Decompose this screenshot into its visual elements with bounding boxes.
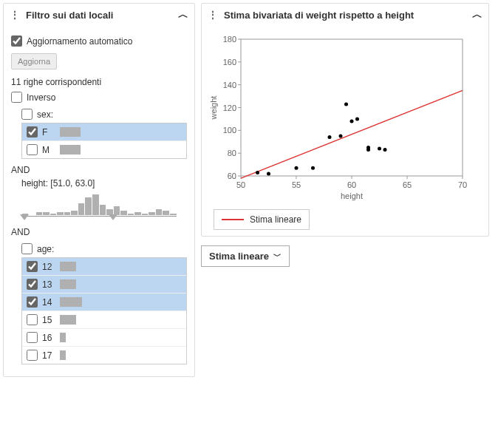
svg-text:55: 55 — [292, 180, 301, 189]
age-option-label: 14 — [42, 297, 60, 308]
fit-dropdown[interactable]: Stima lineare ﹀ — [201, 245, 290, 267]
age-option-label: 17 — [42, 350, 60, 361]
sex-option-label: F — [42, 127, 60, 138]
svg-text:160: 160 — [223, 58, 236, 67]
svg-text:80: 80 — [228, 149, 236, 157]
age-option-bar — [60, 262, 76, 271]
filter-panel: ⋮ Filtro sui dati locali ︿ Aggiornamento… — [3, 3, 195, 377]
svg-text:50: 50 — [236, 180, 245, 189]
age-option-checkbox[interactable] — [27, 350, 38, 361]
svg-point-30 — [295, 166, 299, 170]
age-option-bar — [60, 333, 66, 342]
sex-option-row[interactable]: F — [22, 123, 186, 141]
age-option-label: 15 — [42, 315, 60, 325]
filter-panel-title: Filtro sui dati locali — [26, 10, 113, 21]
svg-text:140: 140 — [223, 81, 236, 89]
age-option-bar — [60, 297, 82, 307]
scatter-plot[interactable]: 60801001201401601805055606570heightweigh… — [208, 32, 474, 202]
svg-text:180: 180 — [223, 35, 236, 44]
age-option-checkbox[interactable] — [27, 296, 38, 308]
svg-point-35 — [350, 120, 354, 123]
collapse-icon[interactable]: ︿ — [472, 8, 482, 21]
svg-rect-0 — [241, 39, 463, 176]
svg-text:weight: weight — [209, 96, 218, 121]
fit-dropdown-label: Stima lineare — [209, 251, 269, 262]
sex-option-label: M — [42, 145, 60, 155]
and-label-2: AND — [11, 227, 187, 237]
svg-point-31 — [311, 166, 315, 170]
svg-text:60: 60 — [228, 172, 236, 180]
age-option-checkbox[interactable] — [27, 261, 38, 272]
svg-point-36 — [355, 117, 359, 121]
age-option-checkbox[interactable] — [27, 279, 38, 290]
age-option-row[interactable]: 17 — [22, 347, 186, 364]
sex-option-bar — [60, 145, 81, 155]
inverse-checkbox[interactable] — [11, 92, 22, 103]
age-filter-label: age: — [37, 244, 54, 254]
svg-point-34 — [344, 102, 348, 106]
filter-panel-header[interactable]: ⋮ Filtro sui dati locali ︿ — [4, 4, 194, 26]
auto-update-label: Aggiornamento automatico — [27, 36, 132, 47]
svg-point-29 — [267, 172, 270, 175]
height-histogram[interactable] — [21, 191, 177, 221]
svg-point-32 — [328, 135, 332, 139]
svg-text:65: 65 — [403, 180, 412, 189]
age-option-row[interactable]: 14 — [22, 293, 186, 311]
age-option-bar — [60, 315, 76, 325]
svg-text:70: 70 — [458, 180, 467, 189]
sex-options: FM — [21, 123, 187, 159]
svg-line-27 — [241, 90, 463, 178]
age-filter-checkbox[interactable] — [21, 243, 33, 254]
match-count-text: 11 righe corrispondenti — [11, 77, 187, 87]
sex-option-checkbox[interactable] — [27, 126, 38, 138]
chart-column: ⋮ Stima bivariata di weight rispetto a h… — [201, 3, 489, 377]
collapse-icon[interactable]: ︿ — [178, 8, 188, 21]
legend-line-icon — [222, 219, 244, 220]
age-option-label: 16 — [42, 333, 60, 343]
drag-icon[interactable]: ⋮ — [208, 9, 218, 21]
age-option-checkbox[interactable] — [27, 314, 38, 325]
svg-text:height: height — [341, 191, 363, 200]
svg-text:60: 60 — [347, 180, 356, 189]
legend-label: Stima lineare — [250, 214, 301, 225]
chart-panel-title: Stima bivariata di weight rispetto a hei… — [224, 10, 414, 21]
and-label-1: AND — [11, 165, 187, 175]
chevron-down-icon: ﹀ — [273, 251, 282, 262]
drag-icon[interactable]: ⋮ — [10, 9, 20, 21]
sex-option-checkbox[interactable] — [27, 144, 38, 155]
age-option-label: 13 — [42, 279, 60, 290]
age-option-bar — [60, 279, 76, 289]
svg-text:120: 120 — [223, 103, 236, 112]
age-option-row[interactable]: 13 — [22, 276, 186, 293]
svg-point-39 — [378, 147, 381, 151]
svg-point-38 — [366, 146, 370, 149]
legend: Stima lineare — [214, 209, 310, 230]
age-option-label: 12 — [42, 262, 60, 272]
svg-text:100: 100 — [223, 126, 236, 135]
age-option-checkbox[interactable] — [27, 332, 38, 343]
chart-panel: ⋮ Stima bivariata di weight rispetto a h… — [201, 3, 489, 237]
svg-point-28 — [256, 171, 259, 174]
sex-filter-label: sex: — [37, 109, 53, 120]
age-option-row[interactable]: 12 — [22, 258, 186, 276]
refresh-button[interactable]: Aggiorna — [11, 53, 57, 69]
inverse-label: Inverso — [27, 92, 55, 103]
sex-option-bar — [60, 127, 81, 137]
auto-update-checkbox[interactable] — [11, 35, 22, 47]
sex-filter-checkbox[interactable] — [21, 109, 33, 120]
sex-option-row[interactable]: M — [22, 141, 186, 158]
height-range-label: height: [51.0, 63.0] — [21, 178, 187, 189]
age-option-row[interactable]: 15 — [22, 311, 186, 329]
age-options: 121314151617 — [21, 257, 187, 364]
age-option-row[interactable]: 16 — [22, 329, 186, 347]
age-option-bar — [60, 350, 66, 360]
chart-panel-header[interactable]: ⋮ Stima bivariata di weight rispetto a h… — [202, 4, 488, 26]
svg-point-33 — [339, 135, 343, 138]
svg-point-40 — [383, 148, 387, 152]
